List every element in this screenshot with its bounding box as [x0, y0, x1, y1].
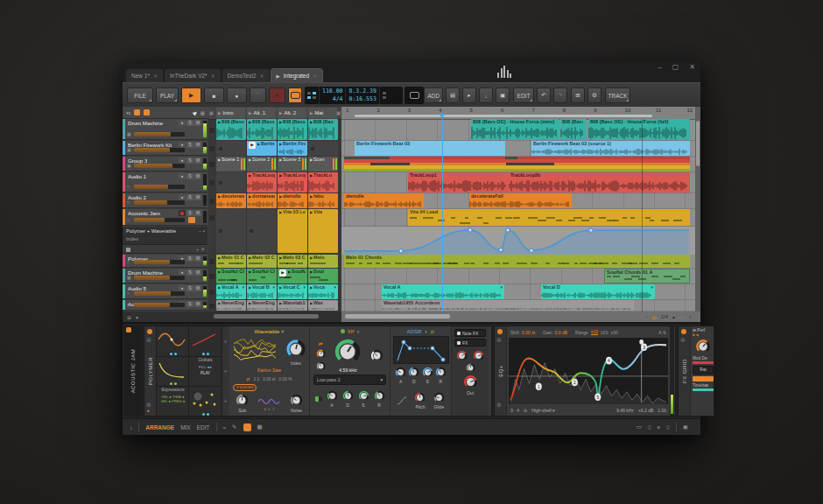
eq-band-select[interactable]: 3 · 4 [510, 408, 519, 413]
blend-value[interactable]: 0.00 % [279, 377, 292, 382]
modulator-icon[interactable]: ● [147, 408, 150, 413]
automation-icon[interactable]: ≈ [223, 424, 227, 430]
env-sustain-knob[interactable] [422, 367, 433, 378]
volume-fader[interactable] [134, 291, 185, 296]
launcher-clip[interactable]: ▶Melo 01 C [216, 255, 246, 268]
launcher-clip[interactable]: ▶Melo 02 C [247, 255, 277, 268]
group-scene-clip[interactable]: ▶Scen [308, 157, 338, 172]
launcher-clip[interactable]: ▶Soul [308, 269, 338, 284]
fx-button[interactable]: FX [454, 339, 486, 346]
launcher-clip[interactable]: ▶fabu [308, 193, 338, 208]
track-name[interactable]: Audio 2 [128, 194, 146, 200]
metronome-icon[interactable] [305, 87, 319, 104]
track-name[interactable]: Berlin Firework Kit [128, 142, 172, 148]
track-row[interactable]: Audio 1●SM≈ [123, 172, 208, 192]
track-name[interactable]: Audio 5 [128, 285, 146, 291]
panel-down-icon[interactable]: ↓ [130, 424, 132, 430]
monitor-button[interactable]: ● [179, 158, 186, 164]
filter-env-icon[interactable] [315, 396, 322, 402]
automation-panel-icon[interactable]: ≡ [657, 424, 660, 430]
volume-fader[interactable] [134, 260, 185, 264]
osc-select[interactable]: 1 2 [254, 377, 260, 382]
unison-icon[interactable]: ⇄ [246, 377, 250, 382]
filter-attack-knob[interactable] [327, 390, 338, 402]
launcher-clip[interactable]: ▶NeverEngin [216, 300, 246, 311]
clip-stop-button[interactable] [209, 215, 215, 220]
filter-drive-knob[interactable] [316, 349, 326, 359]
eq-shift-value[interactable]: 0.00 st [522, 330, 535, 335]
arranger-clip[interactable]: Vocal D▾ [541, 284, 655, 299]
panel-expand-icon[interactable]: ▤ [497, 337, 502, 342]
voices-pill[interactable]: 2 VOICES [233, 384, 257, 391]
timebase-bar[interactable] [693, 388, 714, 391]
launcher-clip[interactable]: ▶TrackLo [308, 172, 338, 192]
solo-button[interactable]: S [186, 158, 193, 164]
arranger-clip[interactable]: Vita 04 Lead [408, 209, 690, 226]
send-a-knob[interactable] [456, 350, 468, 361]
empty-clip-slot[interactable] [247, 209, 277, 253]
song-time[interactable]: 0:16.553 [348, 95, 376, 103]
track-row[interactable]: Acoustic JamSM≈ [123, 209, 208, 226]
modulator-cell[interactable] [157, 357, 189, 388]
launcher-clip[interactable]: ▶Soulful Cho [216, 269, 246, 284]
launcher-clip[interactable]: ▶Wavelab19 [278, 300, 307, 311]
volume-fader[interactable] [134, 200, 185, 205]
polymer-header[interactable]: ▤ POLYMER ▥ ● [144, 326, 157, 416]
project-tab[interactable]: New 1*✕ [126, 69, 163, 82]
export-icon[interactable]: ▸ [462, 88, 476, 103]
modulator-cell[interactable]: GlobalsFILL ●●PLAY [189, 357, 222, 388]
timeline-ruler[interactable]: 123456789101112 [341, 107, 695, 120]
grid-toggle-icon[interactable]: ▦ [257, 424, 263, 430]
comp-chevron-icon[interactable]: ▾ [334, 284, 336, 290]
filter-sustain-knob[interactable] [358, 390, 369, 402]
transport-display[interactable]: 110.00 4/4 8.3.2.39 0:16.553 [305, 87, 403, 104]
monitor-button[interactable]: ● [179, 194, 186, 200]
group-scene-clip[interactable]: ▶Scene 1 [216, 157, 246, 172]
mix-view-button[interactable]: MIX [180, 424, 191, 430]
eq-range-10[interactable]: ±10 [591, 329, 598, 335]
noise-knob[interactable] [290, 394, 303, 407]
launcher-clip[interactable]: ▶Berlin Fire [278, 141, 307, 156]
launcher-clip[interactable]: ▶TrackLoop1 [247, 172, 277, 192]
launcher-hscrollbar[interactable] [208, 312, 341, 322]
volume-fader[interactable] [134, 132, 185, 136]
import-icon[interactable]: ↓ [479, 88, 493, 103]
modulator-cell[interactable]: ExpressionsVEL ● TIMB ●SEL ● PRES ● [157, 387, 189, 416]
cursor-tool-icon[interactable]: ▶ [191, 108, 198, 116]
launcher-clip[interactable]: ▶808 (Bass OG) [216, 119, 246, 140]
monitor-button[interactable]: ● [179, 270, 186, 276]
volume-fader[interactable] [134, 276, 185, 280]
eq-band-disable-icon[interactable]: ⊘ [524, 408, 527, 413]
launcher-clip[interactable]: ▶Melo 03 C [278, 255, 307, 268]
solo-button[interactable]: S [186, 270, 193, 276]
envelope-graph[interactable] [393, 336, 449, 364]
arranger-clip[interactable]: dwindle [344, 193, 424, 208]
add-modulator-button[interactable]: + [223, 398, 227, 404]
follow-icon[interactable]: • [646, 314, 648, 319]
remote-controls-icon[interactable]: ▥ [147, 402, 151, 407]
edit-view-button[interactable]: EDIT [197, 424, 210, 430]
track-menu-button[interactable]: TRACK [605, 88, 630, 103]
mute-button[interactable]: M [194, 301, 201, 307]
arranger-clip[interactable]: 808 (Bass OG) · House Force (intro) [471, 119, 559, 140]
mute-button[interactable]: M [194, 285, 201, 291]
modulator-cell[interactable] [157, 326, 189, 357]
playhead[interactable] [442, 119, 443, 312]
arranger-clip[interactable]: Soulful Chords 01 A [604, 269, 690, 284]
add-modulator-button[interactable]: + [223, 368, 227, 374]
minimize-button[interactable]: – [658, 63, 661, 71]
device-chain-selector[interactable]: Polymer + Wavetable– ▪Index [123, 227, 208, 245]
solo-button[interactable]: S [186, 256, 193, 262]
add-track-icon[interactable]: ⊞ [127, 314, 131, 320]
comp-chevron-icon[interactable]: ▾ [500, 284, 503, 290]
mixer-panel-icon[interactable]: ▭ [637, 424, 642, 430]
modulator-cell[interactable] [189, 387, 222, 416]
mute-button[interactable]: M [194, 194, 201, 200]
index-knob[interactable] [285, 339, 306, 360]
close-tab-icon[interactable]: ✕ [260, 73, 264, 79]
solo-button[interactable]: S [186, 285, 193, 291]
launcher-clip[interactable]: ▶TrackLoop2b [278, 172, 307, 192]
launcher-clip[interactable]: ▶Voca▾ [308, 284, 338, 299]
launcher-toggle-icon[interactable] [243, 424, 251, 431]
track-name[interactable]: Acoustic Jam [128, 210, 160, 216]
